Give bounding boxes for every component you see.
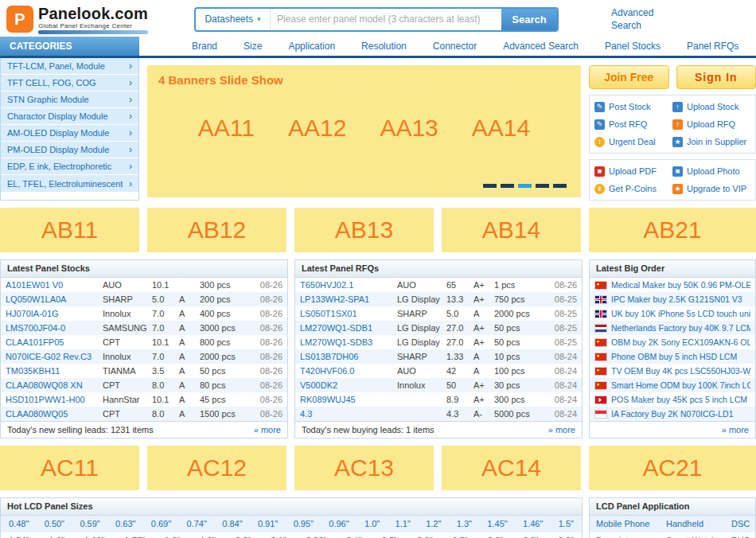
account-link[interactable]: ¢ Get P-Coins xyxy=(594,180,672,197)
more-rfqs-link[interactable]: » more xyxy=(548,422,575,438)
size-link[interactable]: 1.63" xyxy=(84,532,104,538)
more-stocks-link[interactable]: » more xyxy=(254,422,281,438)
banner-slide[interactable]: AA11 xyxy=(198,115,255,142)
sidebar-item[interactable]: AM-OLED Display Module › xyxy=(1,125,138,142)
rfq-row[interactable]: V500DK2 Innolux 50 A+ 30 pcs 08-24 xyxy=(295,378,582,392)
categories-header[interactable]: CATEGORIES xyxy=(0,37,139,56)
application-link[interactable]: Bracelet xyxy=(596,532,666,538)
panel-model-link[interactable]: 4.3 xyxy=(300,407,397,421)
application-link[interactable]: Smart Watch xyxy=(666,532,731,538)
stock-row[interactable]: HJ070IA-01G Innolux 7.0 A 400 pcs 08-26 xyxy=(1,306,287,321)
size-link[interactable]: 1.46" xyxy=(523,516,543,532)
big-order-row[interactable]: Phone OBM buy 5 inch HSD LCM xyxy=(590,349,755,364)
stock-row[interactable]: CLAA101FP05 CPT 10.1 A 800 pcs 08-26 xyxy=(1,335,287,349)
ad-banner[interactable]: AB12 xyxy=(147,208,286,252)
application-link[interactable]: DVC xyxy=(731,532,750,538)
ad-banner[interactable]: AB13 xyxy=(294,208,434,252)
stock-row[interactable]: CLAA080WQ05 CPT 8.0 A 1500 pcs 08-26 xyxy=(1,407,287,421)
sidebar-item[interactable]: PM-OLED Display Module › xyxy=(1,142,138,158)
search-input[interactable] xyxy=(271,9,501,30)
size-link[interactable]: 2.6" xyxy=(417,532,432,538)
rfq-row[interactable]: 4.3 4.3 A- 5000 pcs 08-24 xyxy=(295,407,582,421)
account-link[interactable]: ★ Join in Supplier xyxy=(672,133,750,150)
size-link[interactable]: 1.2" xyxy=(426,516,441,532)
big-order-row[interactable]: Smart Home ODM buy 100K 7inch LCD xyxy=(590,378,755,392)
account-link[interactable]: ■ Upload PDF xyxy=(594,162,672,180)
ad-banner[interactable]: AC11 xyxy=(0,446,139,490)
size-link[interactable]: 2.1" xyxy=(271,532,286,538)
advanced-search-link[interactable]: Advanced Search xyxy=(611,6,661,32)
rfq-row[interactable]: LM270WQ1-SDB3 LG Display 27.0 A+ 50 pcs … xyxy=(295,335,582,349)
size-link[interactable]: 1.9" xyxy=(200,532,215,538)
size-link[interactable]: 0.48" xyxy=(9,516,29,532)
size-link[interactable]: 1.54" xyxy=(9,532,29,538)
account-link[interactable]: ★ Upgrade to VIP xyxy=(672,180,750,197)
panel-model-link[interactable]: T420HVF06.0 xyxy=(300,364,397,378)
big-order-link[interactable]: Smart Home ODM buy 100K 7inch LCD xyxy=(611,378,750,392)
panel-model-link[interactable]: LM270WQ1-SDB1 xyxy=(300,321,397,335)
size-link[interactable]: 0.95" xyxy=(294,516,314,532)
big-order-link[interactable]: IA Factory Buy 2K N070ICG-LD1 xyxy=(611,407,750,421)
sidebar-item[interactable]: TFT-LCM, Panel, Module › xyxy=(1,58,138,75)
sidebar-item[interactable]: EL, TFEL, Electroluminescent › xyxy=(1,175,138,192)
nav-item[interactable]: Resolution xyxy=(361,41,407,52)
stock-row[interactable]: LMS700JF04-0 SAMSUNG 7.0 A 3000 pcs 08-2… xyxy=(1,321,287,335)
panel-model-link[interactable]: N070ICE-G02 Rev.C3 xyxy=(6,349,103,364)
big-order-row[interactable]: IPC Maker buy 2.5K G121SN01 V3 xyxy=(590,292,755,306)
nav-item[interactable]: Advanced Search xyxy=(503,41,579,52)
nav-item[interactable]: Application xyxy=(288,41,335,52)
big-order-row[interactable]: OBM buy 2K Sony ECX109AKN-6 OLED xyxy=(590,335,755,349)
size-link[interactable]: 1.77" xyxy=(124,532,144,538)
size-link[interactable]: 2.4" xyxy=(346,532,361,538)
big-order-row[interactable]: TV OEM Buy 4K pcs LSC550HJ03-W xyxy=(590,364,755,378)
panel-model-link[interactable]: LP133WH2-SPA1 xyxy=(300,292,397,306)
banner-slideshow[interactable]: 4 Banners Slide Show AA11AA12AA13AA14 xyxy=(147,65,581,197)
nav-item[interactable]: Panel Stocks xyxy=(605,41,661,52)
panel-model-link[interactable]: T650HVJ02.1 xyxy=(300,278,397,292)
big-order-link[interactable]: TV OEM Buy 4K pcs LSC550HJ03-W xyxy=(611,364,750,378)
search-category-dropdown[interactable]: Datasheets ▾ xyxy=(196,9,271,30)
big-order-link[interactable]: IPC Maker buy 2.5K G121SN01 V3 xyxy=(611,292,750,306)
rfq-row[interactable]: LS013B7DH06 SHARP 1.33 A 10 pcs 08-24 xyxy=(295,349,582,364)
ad-banner[interactable]: AC14 xyxy=(442,446,581,490)
search-button[interactable]: Search xyxy=(501,9,557,30)
ad-banner[interactable]: AC12 xyxy=(147,446,286,490)
rfq-row[interactable]: LM270WQ1-SDB1 LG Display 27.0 A+ 50 pcs … xyxy=(295,321,582,335)
big-order-row[interactable]: IA Factory Buy 2K N070ICG-LD1 xyxy=(590,407,755,421)
size-link[interactable]: 0.59" xyxy=(80,516,99,532)
size-link[interactable]: 2.0" xyxy=(236,532,251,538)
application-link[interactable]: Mobile Phone xyxy=(596,516,666,532)
big-order-link[interactable]: UK buy 10K iPhone 5s LCD touch unit xyxy=(611,306,750,321)
rfq-row[interactable]: T650HVJ02.1 AUO 65 A+ 1 pcs 08-26 xyxy=(295,278,582,292)
size-link[interactable]: 2.23" xyxy=(306,532,326,538)
size-link[interactable]: 1.5" xyxy=(559,516,574,532)
ad-banner[interactable]: AB11 xyxy=(0,208,139,252)
panel-model-link[interactable]: LM270WQ1-SDB3 xyxy=(300,335,397,349)
account-link[interactable]: ↑ Upload RFQ xyxy=(672,115,750,133)
big-order-row[interactable]: UK buy 10K iPhone 5s LCD touch unit xyxy=(590,306,755,321)
sidebar-item[interactable]: EDP, E ink, Electrophoretic › xyxy=(1,158,138,175)
panel-model-link[interactable]: LS013B7DH06 xyxy=(300,349,397,364)
panel-model-link[interactable]: RK089WUJ45 xyxy=(300,392,397,407)
size-link[interactable]: 2.5" xyxy=(382,532,397,538)
big-order-link[interactable]: Netherlands Factory buy 40K 9.7 LCM xyxy=(611,321,750,335)
big-order-row[interactable]: Netherlands Factory buy 40K 9.7 LCM xyxy=(590,321,755,335)
slide-indicator[interactable] xyxy=(553,184,567,188)
panel-model-link[interactable]: CLAA080WQ08 XN xyxy=(6,378,103,392)
account-link[interactable]: ■ Upload Photo xyxy=(672,162,750,180)
panel-model-link[interactable]: HSD101PWW1-H00 xyxy=(6,392,103,407)
account-link[interactable]: ✎ Post RFQ xyxy=(594,115,672,133)
stock-row[interactable]: TM035KBH11 TIANMA 3.5 A 50 pcs 08-26 xyxy=(1,364,287,378)
panel-model-link[interactable]: TM035KBH11 xyxy=(6,364,103,378)
stock-row[interactable]: N070ICE-G02 Rev.C3 Innolux 7.0 A 2000 pc… xyxy=(1,349,287,364)
banner-slide[interactable]: AA13 xyxy=(380,115,438,142)
rfq-row[interactable]: T420HVF06.0 AUO 42 A 100 pcs 08-24 xyxy=(295,364,582,378)
panelook-logo[interactable]: P Panelook.com Global Panel Exchange Cen… xyxy=(6,5,180,34)
application-link[interactable]: DSC xyxy=(731,516,750,532)
big-order-row[interactable]: Medical Maker buy 50K 0.96 PM-OLED xyxy=(590,278,755,292)
stock-row[interactable]: HSD101PWW1-H00 HannStar 10.1 A 45 pcs 08… xyxy=(1,392,287,407)
panel-model-link[interactable]: LMS700JF04-0 xyxy=(6,321,103,335)
stock-row[interactable]: CLAA080WQ08 XN CPT 8.0 A 80 pcs 08-26 xyxy=(1,378,287,392)
rfq-row[interactable]: RK089WUJ45 8.9 A+ 300 pcs 08-24 xyxy=(295,392,582,407)
panel-model-link[interactable]: A101EW01 V0 xyxy=(6,278,103,292)
